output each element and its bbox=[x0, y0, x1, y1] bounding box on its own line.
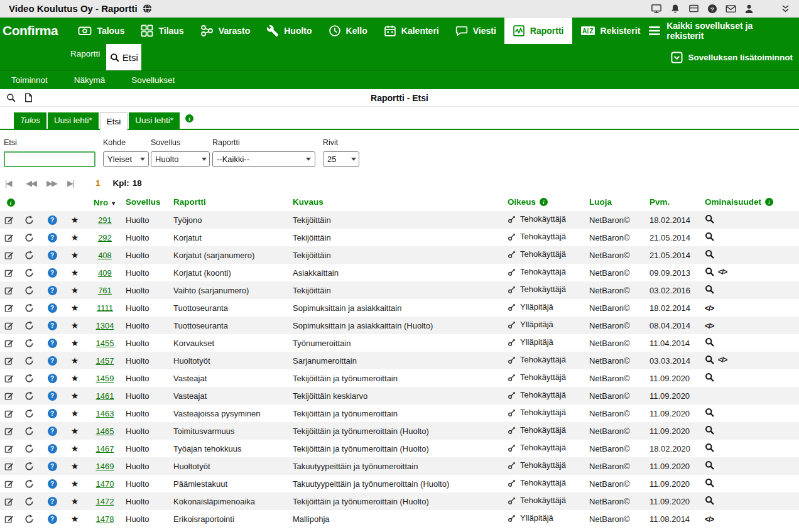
history-icon[interactable] bbox=[24, 514, 34, 524]
user-icon[interactable] bbox=[744, 4, 754, 14]
zoom-icon[interactable] bbox=[705, 355, 714, 364]
open-page-tab-etsi[interactable]: Etsi bbox=[106, 44, 141, 70]
edit-icon[interactable] bbox=[4, 391, 14, 401]
first-page-button[interactable]: |◀ bbox=[5, 178, 26, 188]
history-icon[interactable] bbox=[24, 251, 34, 260]
nav-item-rekisterit[interactable]: A Z Rekisterit bbox=[572, 18, 649, 44]
help-icon[interactable]: ? bbox=[48, 356, 57, 366]
history-icon[interactable] bbox=[24, 409, 34, 418]
history-icon[interactable] bbox=[24, 303, 34, 313]
help-circle-icon[interactable]: ? bbox=[707, 4, 717, 14]
tab-etsi[interactable]: Etsi bbox=[100, 112, 128, 130]
nav-item-kalenteri[interactable]: Kalenteri bbox=[376, 18, 447, 44]
edit-icon[interactable] bbox=[4, 356, 14, 366]
raportti-select[interactable]: --Kaikki-- bbox=[212, 151, 315, 167]
report-number-link[interactable]: 1463 bbox=[96, 409, 114, 418]
help-icon[interactable]: ? bbox=[48, 339, 57, 348]
help-icon[interactable]: ? bbox=[48, 497, 57, 506]
help-icon[interactable]: ? bbox=[48, 444, 57, 453]
menu-nakyma[interactable]: Näkymä bbox=[74, 75, 106, 85]
zoom-icon[interactable] bbox=[705, 408, 714, 417]
edit-icon[interactable] bbox=[4, 444, 14, 453]
edit-icon[interactable] bbox=[4, 409, 14, 418]
favorite-icon[interactable]: ★ bbox=[71, 215, 79, 225]
rivit-select[interactable]: 25 bbox=[323, 151, 359, 167]
edit-icon[interactable] bbox=[4, 215, 14, 225]
help-icon[interactable]: ? bbox=[48, 321, 57, 330]
favorite-icon[interactable]: ★ bbox=[71, 443, 79, 453]
help-icon[interactable]: ? bbox=[48, 215, 57, 225]
zoom-icon[interactable] bbox=[705, 337, 714, 347]
report-number-link[interactable]: 409 bbox=[98, 268, 112, 278]
nav-item-raportti[interactable]: Raportti bbox=[504, 18, 572, 44]
code-icon[interactable]: </> bbox=[705, 515, 714, 524]
history-icon[interactable] bbox=[24, 286, 34, 295]
report-number-link[interactable]: 1469 bbox=[96, 462, 114, 471]
history-icon[interactable] bbox=[24, 462, 34, 471]
report-number-link[interactable]: 761 bbox=[98, 286, 112, 295]
tab-uusi-lehti-1[interactable]: Uusi lehti* bbox=[48, 112, 99, 129]
tab-uusi-lehti-2[interactable]: Uusi lehti* bbox=[129, 112, 180, 129]
menu-toiminnot[interactable]: Toiminnot bbox=[11, 75, 48, 85]
favorite-icon[interactable]: ★ bbox=[71, 338, 79, 348]
help-icon[interactable]: ? bbox=[48, 233, 57, 242]
last-page-button[interactable]: ▶| bbox=[67, 178, 88, 188]
report-number-link[interactable]: 1459 bbox=[96, 374, 114, 383]
oikeus-info-icon[interactable]: i bbox=[540, 198, 548, 206]
help-icon[interactable]: ? bbox=[48, 462, 57, 471]
report-number-link[interactable]: 1470 bbox=[96, 479, 114, 489]
nav-item-tilaus[interactable]: Tilaus bbox=[133, 18, 192, 44]
help-icon[interactable]: ? bbox=[48, 268, 57, 278]
edit-icon[interactable] bbox=[4, 233, 14, 242]
fast-prev-button[interactable]: ◀◀ bbox=[26, 178, 46, 188]
history-icon[interactable] bbox=[24, 426, 34, 436]
kohde-select[interactable]: Yleiset bbox=[103, 151, 149, 167]
favorite-icon[interactable]: ★ bbox=[71, 373, 79, 383]
tabs-info-icon[interactable]: i bbox=[185, 114, 193, 122]
favorite-icon[interactable]: ★ bbox=[71, 356, 79, 366]
favorite-icon[interactable]: ★ bbox=[71, 303, 79, 313]
edit-icon[interactable] bbox=[4, 321, 14, 330]
history-icon[interactable] bbox=[24, 268, 34, 278]
nav-item-huolto[interactable]: Huolto bbox=[258, 18, 320, 44]
app-extra-actions-button[interactable]: Sovelluksen lisätoiminnot bbox=[671, 52, 799, 63]
edit-icon[interactable] bbox=[4, 479, 14, 489]
favorite-icon[interactable]: ★ bbox=[71, 496, 79, 506]
edit-icon[interactable] bbox=[4, 497, 14, 506]
help-icon[interactable]: ? bbox=[48, 286, 57, 295]
favorite-icon[interactable]: ★ bbox=[71, 285, 79, 295]
report-number-link[interactable]: 1467 bbox=[96, 444, 114, 453]
favorite-icon[interactable]: ★ bbox=[71, 320, 79, 330]
help-icon[interactable]: ? bbox=[48, 409, 57, 418]
report-number-link[interactable]: 1465 bbox=[96, 426, 114, 436]
favorite-icon[interactable]: ★ bbox=[71, 426, 79, 436]
edit-icon[interactable] bbox=[4, 374, 14, 383]
report-number-link[interactable]: 408 bbox=[98, 251, 112, 260]
zoom-icon[interactable] bbox=[705, 285, 714, 294]
favorite-icon[interactable]: ★ bbox=[71, 514, 79, 524]
code-icon[interactable]: </> bbox=[705, 304, 714, 313]
favorite-icon[interactable]: ★ bbox=[71, 479, 79, 489]
zoom-icon[interactable] bbox=[705, 478, 714, 487]
favorite-icon[interactable]: ★ bbox=[71, 408, 79, 418]
favorite-icon[interactable]: ★ bbox=[71, 268, 79, 278]
favorite-icon[interactable]: ★ bbox=[71, 232, 79, 242]
collapse-panel-icon[interactable] bbox=[781, 4, 790, 13]
report-number-link[interactable]: 1111 bbox=[97, 303, 113, 313]
report-number-link[interactable]: 1478 bbox=[96, 514, 114, 524]
help-icon[interactable]: ? bbox=[48, 251, 57, 260]
report-number-link[interactable]: 1472 bbox=[96, 497, 114, 506]
table-info-icon[interactable]: i bbox=[7, 198, 15, 207]
zoom-icon[interactable] bbox=[705, 214, 714, 224]
code-icon[interactable]: </> bbox=[705, 322, 714, 330]
edit-icon[interactable] bbox=[4, 286, 14, 295]
favorite-icon[interactable]: ★ bbox=[71, 391, 79, 401]
report-number-link[interactable]: 1455 bbox=[96, 339, 114, 348]
report-number-link[interactable]: 1461 bbox=[96, 391, 114, 401]
help-icon[interactable]: ? bbox=[48, 374, 57, 383]
zoom-icon[interactable] bbox=[705, 232, 714, 241]
nav-item-varasto[interactable]: Varasto bbox=[192, 18, 259, 44]
history-icon[interactable] bbox=[24, 479, 34, 489]
bell-icon[interactable] bbox=[670, 4, 680, 14]
edit-icon[interactable] bbox=[4, 426, 14, 436]
